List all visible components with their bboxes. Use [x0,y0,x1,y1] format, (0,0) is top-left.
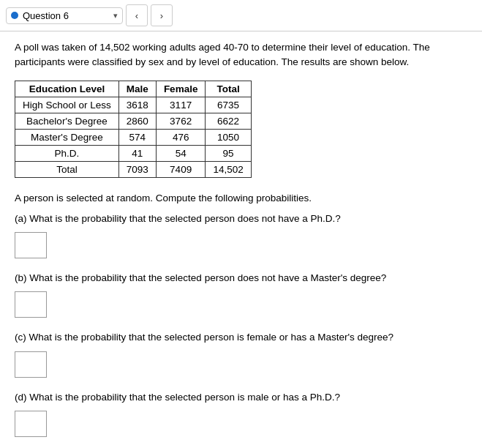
table-cell-r4-c3: 14,502 [206,161,251,177]
prev-question-button[interactable]: ‹ [126,4,148,26]
table-cell-r3-c0: Ph.D. [15,145,119,161]
question-a-text: (a) What is the probability that the sel… [15,212,467,226]
question-b-section: (b) What is the probability that the sel… [15,271,467,320]
random-selection-text: A person is selected at random. Compute … [15,191,467,206]
question-b-answer-box[interactable] [15,291,47,318]
table-row: Ph.D.415495 [15,145,252,161]
table-cell-r0-c2: 3117 [156,97,206,113]
question-selector[interactable]: Question 6 ▾ [6,7,123,24]
table-row: Bachelor's Degree286037626622 [15,113,252,129]
table-cell-r2-c2: 476 [156,129,206,145]
table-cell-r3-c1: 41 [118,145,156,161]
question-c-section: (c) What is the probability that the sel… [15,330,467,379]
table-cell-r4-c0: Total [15,161,119,177]
top-navigation-bar: Question 6 ▾ ‹ › [0,0,482,31]
table-row: Master's Degree5744761050 [15,129,252,145]
question-a-answer-box[interactable] [15,232,47,258]
table-row: High School or Less361831176735 [15,97,252,113]
table-cell-r1-c2: 3762 [156,113,206,129]
table-cell-r2-c1: 574 [118,129,156,145]
question-dot-indicator [11,12,18,19]
main-content: A poll was taken of 14,502 working adult… [0,31,482,448]
table-cell-r0-c1: 3618 [118,97,156,113]
question-c-answer-box[interactable] [15,351,47,378]
table-cell-r0-c3: 6735 [206,97,251,113]
table-cell-r4-c1: 7093 [118,161,156,177]
table-cell-r1-c1: 2860 [118,113,156,129]
table-cell-r1-c3: 6622 [206,113,251,129]
education-data-table: Education Level Male Female Total High S… [15,81,252,178]
table-cell-r3-c3: 95 [206,145,251,161]
next-question-button[interactable]: › [151,4,173,26]
question-d-answer-box[interactable] [15,411,47,437]
question-a-section: (a) What is the probability that the sel… [15,212,467,261]
chevron-down-icon: ▾ [113,11,118,20]
col-header-male: Male [118,81,156,97]
next-arrow-icon: › [160,10,163,21]
intro-paragraph: A poll was taken of 14,502 working adult… [15,40,467,70]
table-row: Total7093740914,502 [15,161,252,177]
question-label: Question 6 [23,10,110,21]
question-c-text: (c) What is the probability that the sel… [15,330,467,345]
table-cell-r0-c0: High School or Less [15,97,119,113]
table-cell-r4-c2: 7409 [156,161,206,177]
table-cell-r1-c0: Bachelor's Degree [15,113,119,129]
question-d-section: (d) What is the probability that the sel… [15,390,467,439]
question-b-text: (b) What is the probability that the sel… [15,271,467,285]
table-cell-r3-c2: 54 [156,145,206,161]
prev-arrow-icon: ‹ [135,10,138,21]
question-d-text: (d) What is the probability that the sel… [15,390,467,405]
table-cell-r2-c3: 1050 [206,129,251,145]
col-header-total: Total [206,81,251,97]
col-header-education: Education Level [15,81,119,97]
col-header-female: Female [156,81,206,97]
table-header-row: Education Level Male Female Total [15,81,252,97]
table-cell-r2-c0: Master's Degree [15,129,119,145]
